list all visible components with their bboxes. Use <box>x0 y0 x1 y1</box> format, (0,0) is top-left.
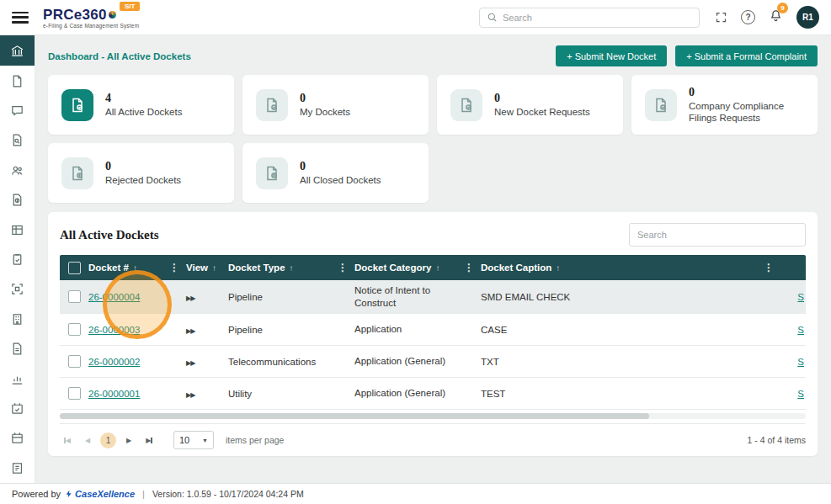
current-page-button[interactable]: 1 <box>100 432 116 448</box>
stat-cards: 4All Active Dockets 0My Dockets 0New Doc… <box>48 75 818 203</box>
docket-file-icon <box>256 89 288 121</box>
docket-number-link[interactable]: 26-0000001 <box>88 389 140 399</box>
stat-card-my-dockets[interactable]: 0My Dockets <box>242 75 429 135</box>
sidebar-item-document-search[interactable] <box>0 125 35 155</box>
app-window: PRCe360 e-Filing & Case Management Syste… <box>0 0 831 504</box>
chart-icon <box>10 372 24 386</box>
row-side-link[interactable]: S <box>797 325 804 335</box>
docket-type-cell: Telecommunications <box>228 357 354 367</box>
horizontal-scrollbar[interactable] <box>60 413 806 419</box>
stat-count: 0 <box>300 160 381 173</box>
submit-formal-complaint-button[interactable]: + Submit a Formal Complaint <box>675 45 818 66</box>
table-row[interactable]: 26-0000001 ▶▶ Utility Application (Gener… <box>60 378 806 410</box>
help-glyph: ? <box>745 13 750 22</box>
file-lines-icon <box>10 342 24 356</box>
docket-file-icon <box>450 89 482 121</box>
fast-forward-icon[interactable]: ▶▶ <box>186 294 194 302</box>
sidebar-item-dashboard[interactable] <box>0 35 35 66</box>
sidebar-item-dockets[interactable] <box>0 66 35 95</box>
column-menu-icon[interactable]: ⋮ <box>764 262 774 273</box>
table-icon <box>10 223 24 237</box>
user-avatar[interactable]: R1 <box>796 6 819 29</box>
fullscreen-icon[interactable] <box>715 11 727 24</box>
docket-number-link[interactable]: 26-0000003 <box>88 325 140 335</box>
stat-card-company-compliance-filings[interactable]: 0Company Compliance Filings Requests <box>631 75 818 135</box>
global-search-input[interactable] <box>503 13 692 23</box>
hamburger-menu-icon[interactable] <box>12 12 29 24</box>
help-icon[interactable]: ? <box>741 10 755 24</box>
row-side-link[interactable]: S <box>797 292 804 302</box>
column-label: Docket Caption <box>481 263 551 273</box>
panel-title: All Active Dockets <box>60 228 158 242</box>
next-page-button[interactable]: ▶ <box>121 432 136 448</box>
dockets-grid: Docket # ↑ ⋮ View ↑ Docket Type ↑ ⋮ Do <box>60 255 806 410</box>
column-header-docket[interactable]: Docket # ↑ ⋮ <box>88 263 186 273</box>
first-page-button[interactable]: ◀ <box>60 432 75 448</box>
stat-count: 4 <box>105 92 182 105</box>
stat-label: Rejected Dockets <box>105 175 181 187</box>
global-search[interactable] <box>479 8 700 28</box>
sidebar-item-analytics[interactable] <box>0 363 35 393</box>
stat-count: 0 <box>689 86 809 99</box>
row-side-link[interactable]: S <box>797 357 804 367</box>
column-header-docket-type[interactable]: Docket Type ↑ ⋮ <box>228 263 354 273</box>
sidebar-item-calendar[interactable] <box>0 423 35 453</box>
row-checkbox[interactable] <box>68 323 81 336</box>
column-header-view[interactable]: View ↑ <box>186 263 228 273</box>
sort-icon: ↑ <box>212 263 216 273</box>
fast-forward-icon[interactable]: ▶▶ <box>186 359 194 367</box>
row-checkbox[interactable] <box>68 290 81 303</box>
fast-forward-icon[interactable]: ▶▶ <box>186 327 194 335</box>
row-checkbox[interactable] <box>68 387 81 400</box>
row-side-link[interactable]: S <box>797 389 804 399</box>
notifications-bell-icon[interactable]: 9 <box>769 8 783 26</box>
sidebar-item-notes[interactable] <box>0 454 35 483</box>
stat-card-all-active-dockets[interactable]: 4All Active Dockets <box>48 75 234 135</box>
docket-category-cell: Application <box>354 323 481 335</box>
column-menu-icon[interactable]: ⋮ <box>338 262 348 273</box>
page-size-select[interactable]: 10 ▼ <box>173 431 214 449</box>
grid-search-input[interactable] <box>629 223 806 247</box>
docket-number-link[interactable]: 26-0000004 <box>88 292 140 302</box>
sidebar-item-company[interactable] <box>0 305 35 334</box>
submit-new-docket-button[interactable]: + Submit New Docket <box>556 45 667 66</box>
prev-page-icon: ◀ <box>85 437 90 444</box>
stat-card-rejected-dockets[interactable]: 0Rejected Dockets <box>48 143 234 203</box>
sidebar-item-records-table[interactable] <box>0 215 35 244</box>
sidebar-item-scan[interactable] <box>0 274 35 304</box>
select-all-checkbox[interactable] <box>68 262 81 274</box>
last-page-button[interactable]: ▶ <box>141 432 157 448</box>
docket-number-link[interactable]: 26-0000002 <box>88 357 140 367</box>
column-header-docket-caption[interactable]: Docket Caption ↑ ⋮ <box>481 263 780 273</box>
all-active-dockets-panel: All Active Dockets Docket # ↑ ⋮ View ↑ <box>48 212 818 456</box>
sidebar-item-tasks[interactable] <box>0 245 35 274</box>
column-menu-icon[interactable]: ⋮ <box>169 262 179 273</box>
column-header-docket-category[interactable]: Docket Category ↑ ⋮ <box>354 263 481 273</box>
stat-count: 0 <box>494 92 590 105</box>
docket-type-cell: Pipeline <box>228 325 354 335</box>
items-per-page-label: items per page <box>226 435 284 445</box>
sidebar-item-messages[interactable] <box>0 96 35 125</box>
users-icon <box>10 163 24 178</box>
sidebar-item-billing[interactable] <box>0 185 35 215</box>
prev-page-button[interactable]: ◀ <box>80 432 95 448</box>
table-row[interactable]: 26-0000004 ▶▶ Pipeline Notice of Intent … <box>60 280 806 314</box>
table-row[interactable]: 26-0000003 ▶▶ Pipeline Application CASE … <box>60 314 806 346</box>
column-menu-icon[interactable]: ⋮ <box>464 262 474 273</box>
stat-card-new-docket-requests[interactable]: 0New Docket Requests <box>437 75 623 135</box>
docket-category-cell: Application (General) <box>354 387 481 399</box>
docket-file-icon <box>61 89 93 121</box>
docket-category-cell: Notice of Intent to Construct <box>354 284 481 309</box>
sort-icon: ↑ <box>435 263 439 273</box>
sidebar-item-contacts[interactable] <box>0 156 35 185</box>
first-page-icon: ◀ <box>66 437 71 444</box>
scrollbar-thumb[interactable] <box>60 413 649 419</box>
pagination-bar: ◀ ◀ 1 ▶ ▶ 10 ▼ items per page 1 - 4 of 4… <box>60 423 806 449</box>
sidebar-item-approvals[interactable] <box>0 394 35 423</box>
fast-forward-icon[interactable]: ▶▶ <box>186 391 194 399</box>
chat-icon <box>10 103 24 118</box>
table-row[interactable]: 26-0000002 ▶▶ Telecommunications Applica… <box>60 346 806 378</box>
stat-card-all-closed-dockets[interactable]: 0All Closed Dockets <box>242 143 429 203</box>
row-checkbox[interactable] <box>68 355 81 368</box>
sidebar-item-filings[interactable] <box>0 334 35 363</box>
